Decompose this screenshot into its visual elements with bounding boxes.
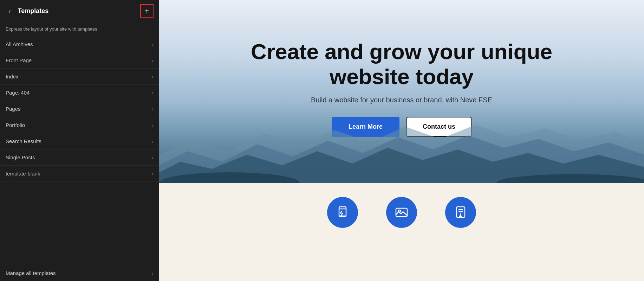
feature-icon-circle-1 [327, 197, 358, 228]
download-icon [452, 204, 469, 221]
hero-heading: Create and grow your unique website toda… [243, 39, 560, 89]
manage-all-templates-item[interactable]: Manage all templates › [0, 265, 159, 281]
nav-item-chevron-all-archives: › [152, 41, 154, 47]
preview-area: Create and grow your unique website toda… [159, 0, 644, 281]
sidebar-item-search-results[interactable]: Search Results › [0, 133, 159, 149]
nav-item-chevron-page-404: › [152, 90, 154, 96]
nav-item-chevron-portfolio: › [152, 122, 154, 128]
sidebar-title: Templates [18, 7, 136, 15]
nav-item-chevron-single-posts: › [152, 155, 154, 160]
feature-item-2 [386, 197, 417, 267]
sidebar-header: ‹ Templates + [0, 0, 159, 22]
nav-item-label-template-blank: template-blank [6, 171, 40, 177]
feature-item-1 [327, 197, 358, 267]
back-button[interactable]: ‹ [6, 6, 14, 17]
nav-item-label-index: Index [6, 74, 19, 79]
mountain-background [159, 113, 644, 183]
nav-item-label-pages: Pages [6, 106, 21, 112]
energy-icon [334, 204, 351, 221]
features-section [159, 183, 644, 281]
nav-item-chevron-template-blank: › [152, 171, 154, 177]
nav-item-chevron-index: › [152, 74, 154, 79]
sidebar-item-page-404[interactable]: Page: 404 › [0, 85, 159, 101]
feature-icon-circle-3 [445, 197, 476, 228]
nav-item-label-all-archives: All Archives [6, 41, 33, 47]
nav-item-chevron-front-page: › [152, 58, 154, 63]
image-icon [393, 204, 410, 221]
nav-item-chevron-search-results: › [152, 139, 154, 144]
nav-item-label-front-page: Front Page [6, 57, 32, 63]
hero-subheading: Build a website for your business or bra… [311, 96, 492, 104]
sidebar-item-pages[interactable]: Pages › [0, 101, 159, 117]
nav-item-label-search-results: Search Results [6, 138, 41, 144]
main-content: Create and grow your unique website toda… [159, 0, 644, 281]
feature-item-3 [445, 197, 476, 267]
sidebar-item-all-archives[interactable]: All Archives › [0, 36, 159, 52]
sidebar-item-index[interactable]: Index › [0, 69, 159, 85]
add-template-button[interactable]: + [140, 4, 154, 18]
sidebar-item-single-posts[interactable]: Single Posts › [0, 149, 159, 166]
sidebar: ‹ Templates + Express the layout of your… [0, 0, 159, 281]
sidebar-nav: All Archives › Front Page › Index › Page… [0, 36, 159, 265]
nav-item-label-portfolio: Portfolio [6, 122, 25, 128]
svg-rect-5 [339, 207, 346, 217]
sidebar-item-portfolio[interactable]: Portfolio › [0, 117, 159, 133]
manage-all-chevron-icon: › [152, 270, 154, 276]
feature-icon-circle-2 [386, 197, 417, 228]
sidebar-item-template-blank[interactable]: template-blank › [0, 166, 159, 182]
sidebar-item-front-page[interactable]: Front Page › [0, 52, 159, 69]
nav-item-label-single-posts: Single Posts [6, 154, 35, 160]
nav-item-chevron-pages: › [152, 106, 154, 112]
manage-all-label: Manage all templates [6, 270, 56, 276]
nav-item-label-page-404: Page: 404 [6, 90, 30, 96]
hero-section: Create and grow your unique website toda… [159, 0, 644, 183]
sidebar-subtitle: Express the layout of your site with tem… [0, 22, 159, 36]
